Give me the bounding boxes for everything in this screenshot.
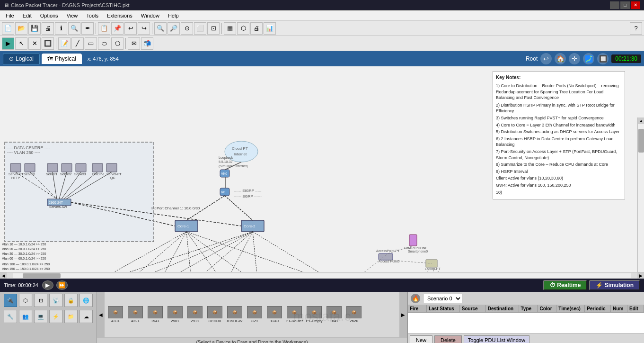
realtime-mode-btn[interactable]: ▶ <box>2 37 14 50</box>
menu-view[interactable]: View <box>63 12 82 19</box>
scenario-select[interactable]: Scenario 0 <box>423 294 462 303</box>
zoom-reset-button[interactable]: ⊙ <box>181 22 193 35</box>
category-multiuser[interactable]: 👥 <box>19 310 32 323</box>
category-security[interactable]: 🔒 <box>64 294 78 307</box>
mail-tool[interactable]: ✉ <box>128 37 140 50</box>
note-7: 7) Port-Security on Access Layer + STP (… <box>496 149 622 161</box>
svg-rect-67 <box>25 163 35 172</box>
zoom-out-button[interactable]: 🔎 <box>168 22 180 35</box>
zoom-in-button[interactable]: 🔍 <box>154 22 167 35</box>
device-2901[interactable]: 📦 2901 <box>166 306 184 323</box>
device-scroll-right[interactable]: ▶ <box>399 292 407 337</box>
help-icon-button[interactable]: ? <box>630 22 642 35</box>
device-pt-router[interactable]: 📦 PT-Router <box>285 306 303 323</box>
custom-view-button[interactable]: ⊡ <box>207 22 220 35</box>
h-scroll-thumb[interactable] <box>23 273 61 278</box>
category-switches[interactable]: ⬡ <box>19 294 32 307</box>
tab-physical[interactable]: 🗺 Physical <box>42 54 82 64</box>
scroll-up-arrow[interactable]: ▲ <box>638 117 644 124</box>
menu-window[interactable]: Window <box>137 12 163 19</box>
menu-tools[interactable]: Tools <box>82 12 102 19</box>
scroll-thumb[interactable] <box>638 129 644 153</box>
tool2-button[interactable]: ✒ <box>81 22 94 35</box>
router-button[interactable]: ⬡ <box>237 22 249 35</box>
nav-terrain-button[interactable]: 🗾 <box>583 53 594 64</box>
info-button[interactable]: ℹ <box>55 22 67 35</box>
line-tool[interactable]: ╱ <box>71 37 84 50</box>
menu-help[interactable]: Help <box>164 12 183 19</box>
switch-button[interactable]: ▦ <box>224 22 236 35</box>
category-enddevices[interactable]: 💻 <box>34 310 47 323</box>
print-button[interactable]: 🖨 <box>42 22 54 35</box>
device-819hgw[interactable]: 📦 819HGW <box>226 306 244 323</box>
note-5: 5) Distribution Switches acting as DHCP … <box>496 129 622 135</box>
nav-back-button[interactable]: ↩ <box>540 53 552 64</box>
fit-button[interactable]: ⬜ <box>194 22 206 35</box>
save-button[interactable]: 💾 <box>28 22 41 35</box>
close-button[interactable]: ✕ <box>631 1 640 9</box>
device-829[interactable]: 📦 829 <box>246 306 264 323</box>
note-tool[interactable]: 📝 <box>58 37 71 50</box>
category-hubs[interactable]: ⊡ <box>34 294 47 307</box>
inspect-button[interactable]: 🔍 <box>68 22 80 35</box>
redo-button[interactable]: ↪ <box>138 22 150 35</box>
device-1240[interactable]: 📦 1240 <box>265 306 283 323</box>
new-pdu-button[interactable]: New <box>410 335 432 343</box>
category-wan[interactable]: 🌐 <box>79 294 93 307</box>
toggle-pdu-button[interactable]: Toggle PDU List Window <box>464 335 529 343</box>
device-2911[interactable]: 📦 2911 <box>186 306 204 323</box>
open-button[interactable]: 📂 <box>15 22 27 35</box>
menu-extensions[interactable]: Extensions <box>103 12 136 19</box>
device-1941[interactable]: 📦 1941 <box>146 306 164 323</box>
svg-text:------ EIGRP -----: ------ EIGRP ----- <box>234 189 262 193</box>
menu-edit[interactable]: Edit <box>19 12 35 19</box>
minimize-button[interactable]: − <box>610 1 619 9</box>
play-button[interactable]: ▶ <box>42 280 53 290</box>
rect-tool[interactable]: ▭ <box>85 37 97 50</box>
select-tool[interactable]: ↖ <box>15 37 27 50</box>
nav-move-button[interactable]: ✛ <box>569 53 580 64</box>
device-pt-empty[interactable]: 📦 PT-Empty <box>305 306 323 323</box>
category-routers[interactable]: 🔌 <box>4 294 17 307</box>
horizontal-scrollbar[interactable]: ◀ ▶ <box>0 272 644 279</box>
note-10: 10) <box>496 190 622 196</box>
polygon-tool[interactable]: ⬠ <box>111 37 124 50</box>
category-cloud[interactable]: ☁ <box>79 310 93 323</box>
secondary-toolbar: ▶ ↖ ✕ 🔲 📝 ╱ ▭ ⬭ ⬠ ✉ 📬 <box>0 36 644 51</box>
tab-logical[interactable]: ⊙ Logical <box>3 53 40 64</box>
device-4331[interactable]: 📦 4331 <box>106 306 124 323</box>
coords-display: x: 476, y: 854 <box>88 56 119 62</box>
device-scroll-left[interactable]: ◀ <box>97 292 105 337</box>
vertical-scrollbar[interactable]: ▲ ▼ <box>637 117 644 272</box>
device-819iox[interactable]: 📦 819IOX <box>206 306 224 323</box>
pdu-tool[interactable]: 📬 <box>141 37 153 50</box>
delete-pdu-button[interactable]: Delete <box>434 335 462 343</box>
new-button[interactable]: 📄 <box>2 22 14 35</box>
simulation-mode-button[interactable]: ⚡ Simulation <box>589 280 640 290</box>
paste-button[interactable]: 📌 <box>111 22 124 35</box>
category-custom[interactable]: 🔧 <box>4 310 17 323</box>
fast-forward-button[interactable]: ⏩ <box>56 280 68 290</box>
maximize-button[interactable]: □ <box>620 1 630 9</box>
undo-button[interactable]: ↩ <box>124 22 137 35</box>
printer-button[interactable]: 🖨 <box>250 22 263 35</box>
category-misc[interactable]: 📁 <box>64 310 78 323</box>
scroll-right-arrow[interactable]: ▶ <box>637 272 644 279</box>
device-4321[interactable]: 📦 4321 <box>126 306 144 323</box>
realtime-mode-button[interactable]: ⏱ Realtime <box>543 280 587 290</box>
copy-button[interactable]: 📋 <box>98 22 110 35</box>
nav-home-button[interactable]: 🏠 <box>555 53 566 64</box>
canvas-area[interactable]: ---- DATA CENTRE ---- ---- VLAN 250 ----… <box>0 66 644 272</box>
menu-options[interactable]: Options <box>36 12 62 19</box>
scroll-left-arrow[interactable]: ◀ <box>0 272 7 279</box>
category-connections[interactable]: ⚡ <box>49 310 62 323</box>
nav-viewport-button[interactable]: 🔲 <box>597 53 609 64</box>
device-1841[interactable]: 📦 1841 <box>325 306 343 323</box>
menu-file[interactable]: File <box>2 12 18 19</box>
ellipse-tool[interactable]: ⬭ <box>98 37 110 50</box>
device-2620[interactable]: 📦 2620 <box>345 306 363 323</box>
graph-button[interactable]: 📊 <box>264 22 276 35</box>
category-wireless[interactable]: 📡 <box>49 294 62 307</box>
inspect-tool[interactable]: 🔲 <box>42 37 54 50</box>
delete-tool[interactable]: ✕ <box>28 37 41 50</box>
